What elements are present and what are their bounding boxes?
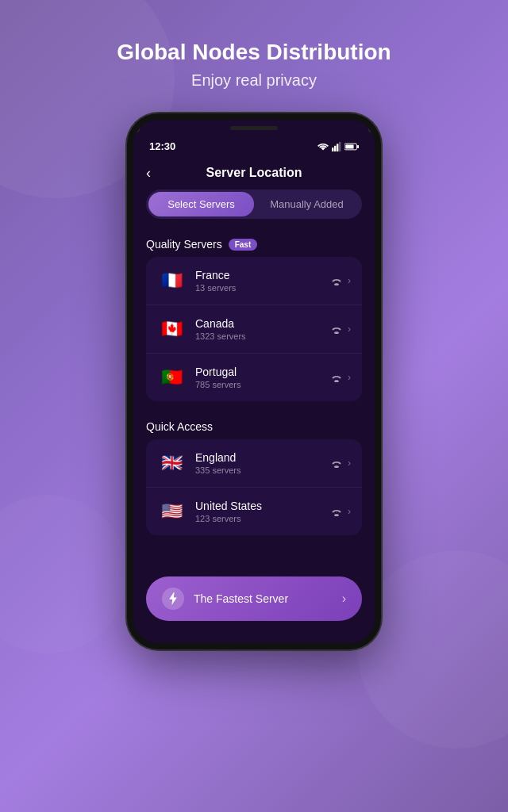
screen-title: Server Location	[206, 166, 302, 180]
volume-up-button	[127, 231, 129, 270]
svg-rect-5	[345, 144, 353, 148]
camera-dot-1	[133, 126, 140, 132]
quality-servers-section-label: Quality Servers Fast	[133, 232, 375, 257]
wifi-icon-canada	[330, 324, 343, 334]
phone-frame: 12:30 ‹ Server Location	[127, 113, 381, 649]
wifi-status-icon	[318, 142, 329, 151]
time-display: 12:30	[149, 140, 175, 152]
wifi-icon-portugal	[330, 373, 343, 382]
server-name-united-states: United States	[195, 500, 321, 512]
fastest-server-button[interactable]: The Fastest Server ›	[146, 576, 362, 621]
back-button[interactable]: ‹	[146, 165, 151, 182]
server-count-portugal: 785 servers	[195, 380, 321, 389]
flag-england: 🇬🇧	[157, 449, 186, 477]
flag-france: 🇫🇷	[157, 266, 186, 295]
svg-rect-3	[339, 142, 341, 151]
tab-switcher: Select Servers Manually Added	[146, 190, 362, 219]
tab-manually-added[interactable]: Manually Added	[254, 192, 360, 216]
page-header: Global Nodes Distribution Enjoy real pri…	[101, 0, 406, 105]
flag-united-states: 🇺🇸	[157, 497, 186, 526]
lightning-svg	[168, 592, 178, 605]
quality-server-list: 🇫🇷 France 13 servers › 🇨🇦 Canada 1323	[146, 257, 362, 401]
quick-access-server-list: 🇬🇧 England 335 servers › 🇺🇸 United State…	[146, 439, 362, 535]
server-item-united-states[interactable]: 🇺🇸 United States 123 servers ›	[146, 488, 362, 535]
page-title: Global Nodes Distribution	[117, 40, 391, 65]
flag-portugal: 🇵🇹	[157, 363, 186, 392]
page-subtitle: Enjoy real privacy	[117, 71, 391, 90]
server-name-france: France	[195, 269, 321, 282]
server-item-canada[interactable]: 🇨🇦 Canada 1323 servers ›	[146, 305, 362, 354]
screen-header: ‹ Server Location	[133, 156, 375, 190]
chevron-us: ›	[348, 506, 351, 517]
status-bar: 12:30	[133, 132, 375, 156]
svg-rect-2	[337, 144, 338, 151]
tab-select-servers[interactable]: Select Servers	[148, 192, 254, 216]
server-count-england: 335 servers	[195, 465, 321, 475]
server-name-portugal: Portugal	[195, 366, 321, 378]
power-button	[379, 215, 381, 247]
fastest-server-label: The Fastest Server	[194, 592, 333, 605]
wifi-icon-france	[330, 276, 343, 285]
signal-icon	[332, 142, 341, 151]
server-count-france: 13 servers	[195, 283, 321, 293]
svg-rect-1	[334, 145, 336, 151]
server-item-france[interactable]: 🇫🇷 France 13 servers ›	[146, 257, 362, 305]
wifi-icon-england	[330, 458, 343, 468]
flag-canada: 🇨🇦	[157, 315, 186, 343]
fastest-chevron-icon: ›	[342, 592, 346, 606]
camera-dot-2	[368, 126, 375, 132]
server-count-canada: 1323 servers	[195, 331, 321, 341]
server-name-canada: Canada	[195, 317, 321, 330]
chevron-portugal: ›	[348, 372, 351, 383]
server-count-united-states: 123 servers	[195, 514, 321, 523]
wifi-icon-us	[330, 507, 343, 516]
svg-rect-0	[332, 147, 333, 151]
server-name-england: England	[195, 451, 321, 464]
volume-down-button	[127, 278, 129, 318]
svg-rect-6	[357, 145, 359, 148]
fast-badge: Fast	[229, 239, 258, 251]
status-icons	[318, 142, 359, 151]
quick-access-section-label: Quick Access	[133, 414, 375, 439]
chevron-france: ›	[348, 275, 351, 286]
chevron-canada: ›	[348, 324, 351, 335]
camera-area	[133, 120, 375, 132]
server-item-portugal[interactable]: 🇵🇹 Portugal 785 servers ›	[146, 354, 362, 401]
chevron-england: ›	[348, 458, 351, 469]
lightning-icon	[162, 588, 184, 610]
speaker-bar	[230, 126, 278, 130]
screen-content: ‹ Server Location Select Servers Manuall…	[133, 156, 375, 643]
server-item-england[interactable]: 🇬🇧 England 335 servers ›	[146, 439, 362, 488]
battery-icon	[344, 142, 359, 151]
mute-button	[127, 199, 129, 223]
volume-button-right	[379, 259, 381, 290]
